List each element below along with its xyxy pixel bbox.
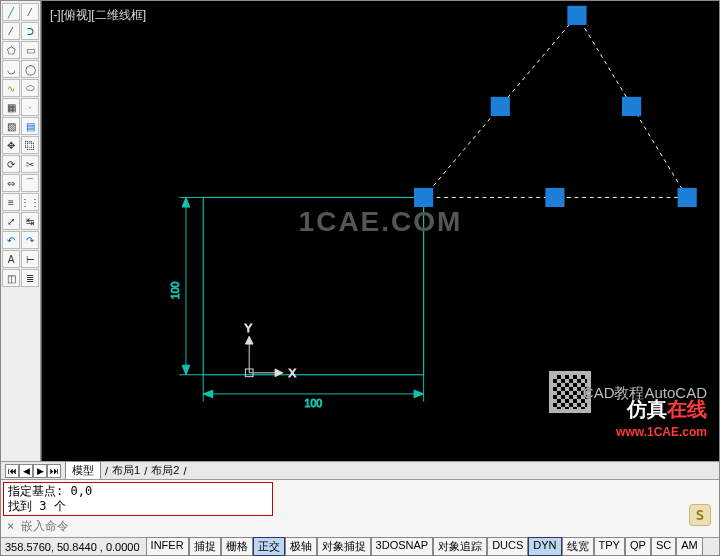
point-tool[interactable]: · — [21, 98, 39, 116]
toggle-sc[interactable]: SC — [651, 537, 676, 556]
tab-layout2[interactable]: 布局2 — [151, 463, 179, 478]
redo-tool[interactable]: ↷ — [21, 231, 39, 249]
block-tool[interactable]: ◫ — [2, 269, 20, 287]
properties-tool[interactable]: ≣ — [21, 269, 39, 287]
command-line-1: 指定基点: 0,0 — [8, 484, 268, 499]
toggle-捕捉[interactable]: 捕捉 — [189, 537, 221, 556]
toggle-am[interactable]: AM — [676, 537, 703, 556]
ellipse-tool[interactable]: ⬭ — [21, 79, 39, 97]
rotate-tool[interactable]: ⟳ — [2, 155, 20, 173]
dim-vertical: 100 — [169, 281, 181, 299]
ime-indicator: S — [689, 504, 711, 526]
hatch-tool[interactable]: ▦ — [2, 98, 20, 116]
grip-midpoint-3[interactable] — [622, 97, 641, 116]
text-tool[interactable]: A — [2, 250, 20, 268]
undo-tool[interactable]: ↶ — [2, 231, 20, 249]
toggle-3dosnap[interactable]: 3DOSNAP — [371, 537, 434, 556]
xline-tool[interactable]: ∕ — [2, 22, 20, 40]
svg-marker-13 — [245, 336, 253, 344]
stretch-tool[interactable]: ↹ — [21, 212, 39, 230]
toggle-tpy[interactable]: TPY — [594, 537, 625, 556]
toggle-qp[interactable]: QP — [625, 537, 651, 556]
tab-nav-next[interactable]: ▶ — [33, 464, 47, 478]
toggle-对象捕捉[interactable]: 对象捕捉 — [317, 537, 371, 556]
toggle-对象追踪[interactable]: 对象追踪 — [433, 537, 487, 556]
copy-tool[interactable]: ⿻ — [21, 136, 39, 154]
svg-marker-11 — [275, 369, 283, 377]
grip-vertex-3[interactable] — [567, 6, 586, 25]
dim-horizontal: 100 — [305, 397, 323, 409]
toggle-极轴[interactable]: 极轴 — [285, 537, 317, 556]
svg-marker-8 — [203, 390, 213, 398]
grip-vertex-1[interactable] — [414, 188, 433, 207]
spline-tool[interactable]: ∿ — [2, 79, 20, 97]
watermark-site-url: www.1CAE.com — [616, 425, 707, 439]
polygon-tool[interactable]: ⬠ — [2, 41, 20, 59]
toggle-线宽[interactable]: 线宽 — [562, 537, 594, 556]
region-tool[interactable]: ▧ — [2, 117, 20, 135]
arc-tool[interactable]: ◡ — [2, 60, 20, 78]
axis-y-label: Y — [244, 322, 252, 334]
svg-marker-3 — [182, 197, 190, 207]
cursor-coords: 358.5760, 50.8440 , 0.0000 — [5, 541, 140, 553]
command-window: 指定基点: 0,0 找到 3 个 × 嵌入命令 S — [1, 479, 719, 537]
toggle-栅格[interactable]: 栅格 — [221, 537, 253, 556]
offset-tool[interactable]: ≡ — [2, 193, 20, 211]
toggle-infer[interactable]: INFER — [146, 537, 189, 556]
svg-marker-4 — [182, 365, 190, 375]
existing-rect — [203, 197, 423, 374]
toggle-ducs[interactable]: DUCS — [487, 537, 528, 556]
svg-marker-9 — [414, 390, 424, 398]
grip-vertex-2[interactable] — [678, 188, 697, 207]
watermark-site-cn: 仿真在线 — [627, 396, 707, 423]
polyline-tool[interactable]: Ɔ — [21, 22, 39, 40]
axis-x-label: X — [289, 367, 297, 379]
scale-tool[interactable]: ⤢ — [2, 212, 20, 230]
status-bar: 358.5760, 50.8440 , 0.0000 INFER捕捉栅格正交极轴… — [1, 537, 719, 555]
selected-triangle[interactable] — [424, 15, 688, 197]
rect-tool[interactable]: ▭ — [21, 41, 39, 59]
tab-model[interactable]: 模型 — [65, 461, 101, 480]
array-tool[interactable]: ⋮⋮ — [21, 193, 39, 211]
left-toolbar: ╱⁄ ∕Ɔ ⬠▭ ◡◯ ∿⬭ ▦· ▧▤ ✥⿻ ⟳✂ ⇔⌒ ≡⋮⋮ ⤢↹ ↶↷ … — [1, 1, 41, 461]
command-line-2: 找到 3 个 — [8, 499, 268, 514]
tab-nav-first[interactable]: ⏮ — [5, 464, 19, 478]
mirror-tool[interactable]: ⇔ — [2, 174, 20, 192]
fillet-tool[interactable]: ⌒ — [21, 174, 39, 192]
layout-tabs: ⏮ ◀ ▶ ⏭ 模型 / 布局1 / 布局2 / — [1, 461, 719, 479]
tab-layout1[interactable]: 布局1 — [112, 463, 140, 478]
toggle-正交[interactable]: 正交 — [253, 537, 285, 556]
grip-midpoint-1[interactable] — [545, 188, 564, 207]
command-prompt[interactable]: × 嵌入命令 — [7, 519, 69, 533]
toggle-dyn[interactable]: DYN — [528, 537, 561, 556]
table-tool[interactable]: ▤ — [21, 117, 39, 135]
drawing-canvas[interactable]: [-][俯视][二维线框] 100 — [41, 1, 719, 461]
grip-midpoint-2[interactable] — [491, 97, 510, 116]
tab-nav[interactable]: ⏮ ◀ ▶ ⏭ — [5, 464, 61, 478]
dim-tool[interactable]: ⊢ — [21, 250, 39, 268]
line-tool[interactable]: ╱ — [2, 3, 20, 21]
command-history-highlight: 指定基点: 0,0 找到 3 个 — [3, 482, 273, 516]
move-tool[interactable]: ✥ — [2, 136, 20, 154]
tab-nav-prev[interactable]: ◀ — [19, 464, 33, 478]
circle-tool[interactable]: ◯ — [21, 60, 39, 78]
ray-tool[interactable]: ⁄ — [21, 3, 39, 21]
trim-tool[interactable]: ✂ — [21, 155, 39, 173]
status-toggles: INFER捕捉栅格正交极轴对象捕捉3DOSNAP对象追踪DUCSDYN线宽TPY… — [146, 537, 703, 556]
tab-nav-last[interactable]: ⏭ — [47, 464, 61, 478]
